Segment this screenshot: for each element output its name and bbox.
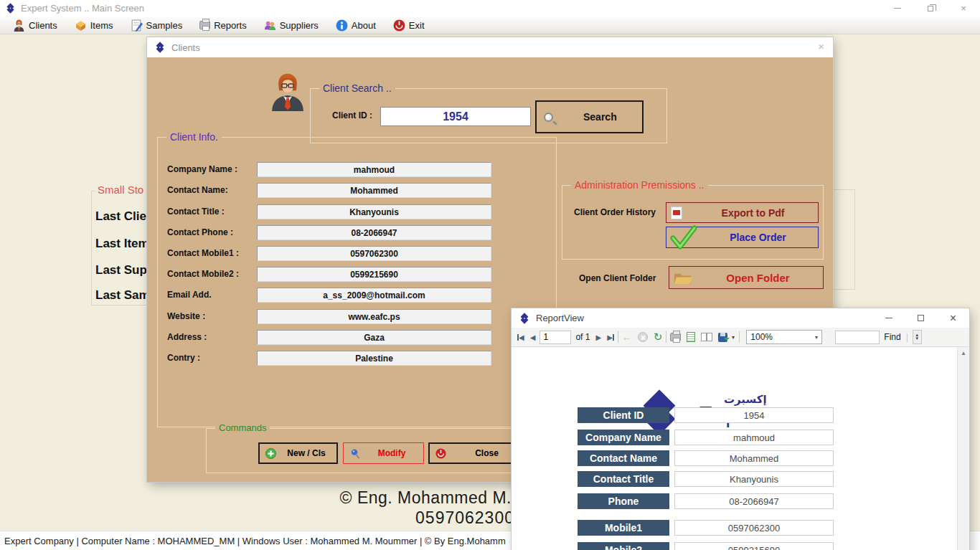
businessman-icon — [268, 69, 307, 115]
field-label-address: Address : — [167, 332, 207, 342]
menu-item-suppliers[interactable]: Suppliers — [255, 16, 327, 34]
export-to-pdf-label: Export to Pdf — [688, 207, 818, 219]
report-row-header: Mobile1 — [578, 520, 669, 536]
report-row-value: mahmoud — [674, 430, 834, 445]
field-label-contact-phone: Contact Phone : — [167, 227, 233, 237]
previous-page-button[interactable]: ◀ — [530, 333, 536, 341]
last-page-bar — [613, 334, 614, 341]
restore-icon — [928, 6, 933, 11]
field-website[interactable]: www.eafc.ps — [257, 309, 491, 324]
exit-power-icon — [393, 19, 405, 32]
menu-item-samples[interactable]: Samples — [122, 16, 192, 34]
field-value: 0599215690 — [350, 270, 398, 280]
search-button-label: Search — [583, 111, 617, 123]
page-setup-icon — [701, 333, 712, 341]
close-button[interactable]: × — [947, 0, 980, 16]
export-to-pdf-button[interactable]: Export to Pdf — [666, 202, 819, 223]
menu-item-exit[interactable]: Exit — [385, 16, 433, 34]
first-page-button[interactable]: ◀ — [517, 333, 524, 341]
menu-item-reports[interactable]: Reports — [191, 16, 255, 34]
export-button[interactable] — [718, 333, 727, 342]
stop-button[interactable] — [638, 332, 648, 342]
modify-button[interactable]: Modify — [343, 442, 424, 464]
field-company-name[interactable]: mahmoud — [257, 162, 491, 177]
pin-icon — [350, 448, 360, 459]
field-value: 08-2066947 — [351, 228, 397, 238]
menu-label: Exit — [409, 20, 425, 31]
search-button[interactable]: Search — [535, 100, 644, 133]
new-cls-button[interactable]: New / Cls — [258, 442, 338, 464]
about-info-icon — [336, 19, 348, 32]
report-vertical-scrollbar[interactable]: ▲ — [957, 347, 969, 550]
field-contact-title[interactable]: Khanyounis — [257, 204, 491, 219]
page-number-input[interactable] — [540, 331, 571, 344]
close-button[interactable]: × — [937, 308, 969, 328]
samples-icon — [131, 19, 143, 32]
caret-down-icon: ▼ — [730, 335, 735, 340]
refresh-button[interactable]: ↻ — [654, 331, 663, 343]
scrollbar-up-button[interactable]: ▲ — [958, 347, 969, 359]
last-page-button[interactable]: ▶ — [607, 333, 614, 341]
clients-titlebar[interactable]: Clients × — [147, 37, 833, 57]
field-label-contact-mobile1: Contact Mobile1 : — [167, 248, 239, 258]
field-address[interactable]: Gaza — [257, 330, 491, 345]
menu-item-about[interactable]: About — [327, 16, 385, 34]
export-dropdown[interactable]: ▼ — [730, 335, 735, 340]
field-value: Gaza — [364, 333, 385, 343]
reportview-titlebar[interactable]: ReportView × — [512, 308, 969, 328]
field-value: Khanyounis — [349, 207, 399, 217]
client-id-input[interactable] — [380, 107, 531, 126]
field-country[interactable]: Palestine — [257, 351, 491, 366]
open-folder-button[interactable]: Open Folder — [669, 266, 824, 289]
client-info-group: Client Info. — [157, 137, 557, 427]
field-email[interactable]: a_ss_2009@hotmail.com — [257, 288, 491, 303]
plus-icon — [265, 448, 276, 459]
caret-down-icon: ▼ — [915, 337, 919, 341]
menu-item-clients[interactable]: Clients — [4, 16, 66, 34]
place-order-button[interactable]: Place Order — [666, 227, 819, 248]
close-icon: × — [961, 3, 966, 14]
field-contact-name[interactable]: Mohammed — [257, 183, 491, 198]
maximize-button[interactable] — [905, 308, 937, 328]
field-contact-mobile1[interactable]: 0597062300 — [257, 246, 491, 261]
restore-button[interactable] — [914, 0, 947, 16]
zoom-combobox[interactable]: 100% ▼ — [746, 330, 822, 344]
report-row-value: Khanyounis — [674, 471, 834, 487]
field-label-country: Contry : — [167, 353, 200, 363]
toolbar-separator — [666, 331, 666, 343]
find-button[interactable]: Find — [884, 332, 900, 342]
back-button[interactable]: ← — [622, 331, 632, 343]
report-row-value: 0597062300 — [674, 520, 834, 536]
scroll-up-icon: ▲ — [961, 350, 966, 356]
find-text-input[interactable] — [835, 331, 880, 344]
first-page-icon: ◀ — [519, 333, 524, 341]
open-folder-label-text: Open Folder — [693, 272, 823, 284]
minimize-icon — [885, 318, 892, 318]
last-page-icon: ▶ — [607, 333, 613, 341]
next-page-button[interactable]: ▶ — [595, 333, 601, 341]
maximize-icon — [918, 315, 924, 321]
desktop: Expert System .. Main Screen × Clients I… — [0, 0, 980, 550]
background-groupbox-fragment — [831, 189, 855, 290]
field-contact-mobile2[interactable]: 0599215690 — [257, 267, 491, 282]
client-id-label: Client ID : — [332, 110, 372, 120]
print-button[interactable] — [670, 333, 681, 341]
field-value: a_ss_2009@hotmail.com — [323, 290, 425, 300]
print-layout-icon — [687, 332, 695, 342]
print-layout-button[interactable] — [687, 332, 695, 342]
commands-group-title: Commands — [215, 422, 270, 433]
field-contact-phone[interactable]: 08-2066947 — [257, 225, 491, 240]
field-value: Palestine — [355, 354, 393, 364]
minimize-button[interactable] — [872, 308, 905, 328]
minimize-button[interactable] — [881, 0, 914, 16]
menu-item-items[interactable]: Items — [66, 16, 122, 34]
toolbar-overflow-button[interactable]: ▲▼ — [913, 330, 922, 344]
app-logo-icon — [5, 3, 16, 14]
page-setup-button[interactable] — [701, 333, 712, 341]
reportview-window-title: ReportView — [536, 313, 584, 323]
field-value: www.eafc.ps — [348, 312, 400, 322]
close-icon[interactable]: × — [818, 41, 824, 52]
stat-last-sample: Last Sam — [95, 288, 150, 303]
field-value: mahmoud — [354, 165, 395, 175]
clients-window-title: Clients — [171, 42, 200, 53]
